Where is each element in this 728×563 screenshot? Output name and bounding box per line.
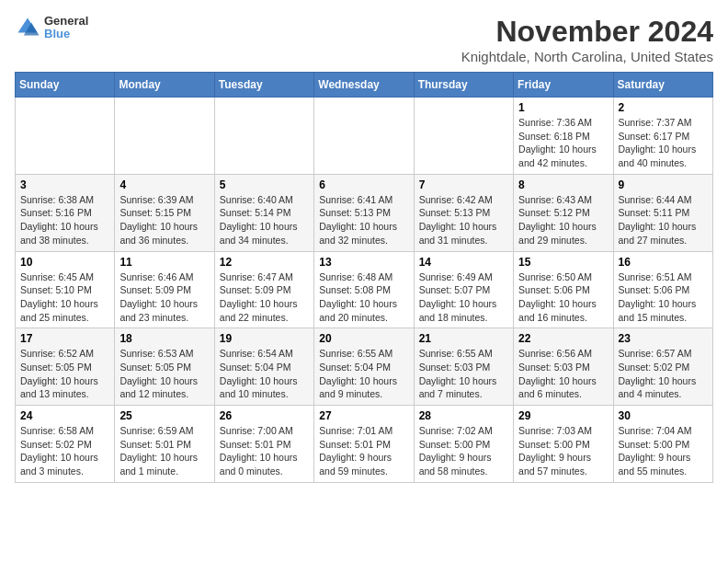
day-info: Sunrise: 6:57 AM Sunset: 5:02 PM Dayligh…: [619, 347, 708, 401]
day-number: 21: [419, 332, 508, 345]
day-number: 22: [518, 332, 608, 345]
day-info: Sunrise: 6:39 AM Sunset: 5:15 PM Dayligh…: [119, 193, 209, 247]
day-info: Sunrise: 6:54 AM Sunset: 5:04 PM Dayligh…: [220, 347, 309, 401]
calendar-cell: 8Sunrise: 6:43 AM Sunset: 5:12 PM Daylig…: [514, 174, 613, 251]
day-number: 1: [518, 101, 608, 114]
header: General Blue November 2024 Knightdale, N…: [15, 15, 713, 64]
calendar-cell: 21Sunrise: 6:55 AM Sunset: 5:03 PM Dayli…: [414, 328, 513, 406]
calendar-cell: [16, 98, 115, 175]
day-info: Sunrise: 6:49 AM Sunset: 5:07 PM Dayligh…: [419, 270, 508, 325]
month-title: November 2024: [461, 15, 713, 49]
calendar-cell: 27Sunrise: 7:01 AM Sunset: 5:01 PM Dayli…: [314, 406, 414, 483]
weekday-header: Sunday: [16, 73, 115, 98]
logo-blue: Blue: [44, 28, 88, 40]
day-number: 13: [319, 256, 408, 269]
day-info: Sunrise: 6:44 AM Sunset: 5:11 PM Dayligh…: [619, 193, 708, 247]
day-info: Sunrise: 6:58 AM Sunset: 5:02 PM Dayligh…: [20, 424, 109, 478]
calendar-week: 17Sunrise: 6:52 AM Sunset: 5:05 PM Dayli…: [16, 328, 713, 406]
calendar-cell: 4Sunrise: 6:39 AM Sunset: 5:15 PM Daylig…: [115, 174, 214, 251]
calendar-cell: 26Sunrise: 7:00 AM Sunset: 5:01 PM Dayli…: [214, 406, 313, 483]
calendar-week: 3Sunrise: 6:38 AM Sunset: 5:16 PM Daylig…: [16, 174, 713, 251]
calendar-cell: 2Sunrise: 7:37 AM Sunset: 6:17 PM Daylig…: [613, 98, 712, 175]
calendar-cell: 18Sunrise: 6:53 AM Sunset: 5:05 PM Dayli…: [115, 328, 214, 406]
day-number: 10: [20, 256, 109, 269]
logo-icon: [15, 15, 40, 40]
day-info: Sunrise: 6:45 AM Sunset: 5:10 PM Dayligh…: [20, 270, 109, 325]
weekday-header: Tuesday: [214, 73, 313, 98]
calendar-cell: 1Sunrise: 7:36 AM Sunset: 6:18 PM Daylig…: [514, 98, 613, 175]
day-info: Sunrise: 6:51 AM Sunset: 5:06 PM Dayligh…: [619, 270, 708, 325]
calendar-cell: 13Sunrise: 6:48 AM Sunset: 5:08 PM Dayli…: [314, 251, 414, 328]
day-number: 4: [119, 178, 209, 191]
day-info: Sunrise: 7:00 AM Sunset: 5:01 PM Dayligh…: [220, 424, 309, 478]
day-info: Sunrise: 6:43 AM Sunset: 5:12 PM Dayligh…: [518, 193, 608, 247]
logo-general: General: [44, 15, 88, 28]
calendar: SundayMondayTuesdayWednesdayThursdayFrid…: [15, 72, 713, 483]
calendar-cell: 10Sunrise: 6:45 AM Sunset: 5:10 PM Dayli…: [16, 251, 115, 328]
calendar-cell: [414, 98, 513, 175]
weekday-header: Thursday: [414, 73, 513, 98]
calendar-cell: [214, 98, 313, 175]
calendar-cell: 5Sunrise: 6:40 AM Sunset: 5:14 PM Daylig…: [214, 174, 313, 251]
calendar-cell: 16Sunrise: 6:51 AM Sunset: 5:06 PM Dayli…: [613, 251, 712, 328]
day-number: 3: [20, 178, 109, 191]
day-number: 26: [220, 409, 309, 422]
calendar-cell: [115, 98, 214, 175]
calendar-cell: 23Sunrise: 6:57 AM Sunset: 5:02 PM Dayli…: [613, 328, 712, 406]
day-info: Sunrise: 6:56 AM Sunset: 5:03 PM Dayligh…: [518, 347, 608, 401]
day-number: 19: [220, 332, 309, 345]
calendar-cell: 19Sunrise: 6:54 AM Sunset: 5:04 PM Dayli…: [214, 328, 313, 406]
day-info: Sunrise: 7:37 AM Sunset: 6:17 PM Dayligh…: [619, 116, 708, 170]
day-number: 23: [619, 332, 708, 345]
day-number: 30: [619, 409, 708, 422]
calendar-cell: 12Sunrise: 6:47 AM Sunset: 5:09 PM Dayli…: [214, 251, 313, 328]
day-number: 8: [518, 178, 608, 191]
weekday-header: Monday: [115, 73, 214, 98]
day-number: 15: [518, 256, 608, 269]
day-info: Sunrise: 6:38 AM Sunset: 5:16 PM Dayligh…: [20, 193, 109, 247]
day-number: 12: [220, 256, 309, 269]
day-info: Sunrise: 6:53 AM Sunset: 5:05 PM Dayligh…: [119, 347, 209, 401]
weekday-header: Saturday: [613, 73, 712, 98]
day-info: Sunrise: 7:03 AM Sunset: 5:00 PM Dayligh…: [518, 424, 608, 478]
day-number: 16: [619, 256, 708, 269]
day-number: 6: [319, 178, 408, 191]
day-number: 29: [518, 409, 608, 422]
calendar-header: SundayMondayTuesdayWednesdayThursdayFrid…: [16, 73, 713, 98]
weekday-header: Wednesday: [314, 73, 414, 98]
day-info: Sunrise: 6:59 AM Sunset: 5:01 PM Dayligh…: [119, 424, 209, 478]
weekday-header: Friday: [514, 73, 613, 98]
day-number: 5: [220, 178, 309, 191]
day-info: Sunrise: 6:41 AM Sunset: 5:13 PM Dayligh…: [319, 193, 408, 247]
day-number: 18: [119, 332, 209, 345]
day-info: Sunrise: 6:46 AM Sunset: 5:09 PM Dayligh…: [119, 270, 209, 325]
calendar-cell: 30Sunrise: 7:04 AM Sunset: 5:00 PM Dayli…: [613, 406, 712, 483]
day-info: Sunrise: 7:04 AM Sunset: 5:00 PM Dayligh…: [619, 424, 708, 478]
location-title: Knightdale, North Carolina, United State…: [461, 49, 713, 64]
calendar-cell: 24Sunrise: 6:58 AM Sunset: 5:02 PM Dayli…: [16, 406, 115, 483]
title-area: November 2024 Knightdale, North Carolina…: [461, 15, 713, 64]
day-number: 28: [419, 409, 508, 422]
calendar-body: 1Sunrise: 7:36 AM Sunset: 6:18 PM Daylig…: [16, 98, 713, 483]
weekday-row: SundayMondayTuesdayWednesdayThursdayFrid…: [16, 73, 713, 98]
calendar-week: 1Sunrise: 7:36 AM Sunset: 6:18 PM Daylig…: [16, 98, 713, 175]
day-info: Sunrise: 6:40 AM Sunset: 5:14 PM Dayligh…: [220, 193, 309, 247]
calendar-cell: [314, 98, 414, 175]
calendar-cell: 6Sunrise: 6:41 AM Sunset: 5:13 PM Daylig…: [314, 174, 414, 251]
day-number: 11: [119, 256, 209, 269]
calendar-cell: 28Sunrise: 7:02 AM Sunset: 5:00 PM Dayli…: [414, 406, 513, 483]
calendar-cell: 3Sunrise: 6:38 AM Sunset: 5:16 PM Daylig…: [16, 174, 115, 251]
day-info: Sunrise: 6:55 AM Sunset: 5:04 PM Dayligh…: [319, 347, 408, 401]
day-info: Sunrise: 7:01 AM Sunset: 5:01 PM Dayligh…: [319, 424, 408, 478]
calendar-cell: 29Sunrise: 7:03 AM Sunset: 5:00 PM Dayli…: [514, 406, 613, 483]
calendar-week: 10Sunrise: 6:45 AM Sunset: 5:10 PM Dayli…: [16, 251, 713, 328]
day-info: Sunrise: 6:52 AM Sunset: 5:05 PM Dayligh…: [20, 347, 109, 401]
day-number: 20: [319, 332, 408, 345]
day-number: 7: [419, 178, 508, 191]
day-info: Sunrise: 7:36 AM Sunset: 6:18 PM Dayligh…: [518, 116, 608, 170]
day-info: Sunrise: 6:48 AM Sunset: 5:08 PM Dayligh…: [319, 270, 408, 325]
day-number: 25: [119, 409, 209, 422]
day-number: 9: [619, 178, 708, 191]
calendar-cell: 17Sunrise: 6:52 AM Sunset: 5:05 PM Dayli…: [16, 328, 115, 406]
day-number: 24: [20, 409, 109, 422]
